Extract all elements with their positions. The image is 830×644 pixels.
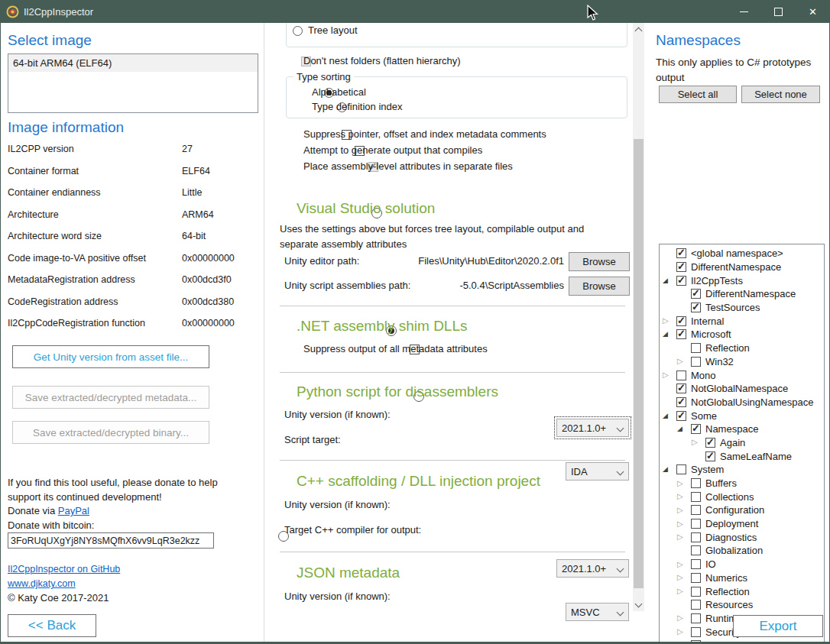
scroll-down-button[interactable] <box>633 598 644 611</box>
browse-editor-path-button[interactable]: Browse <box>569 252 630 271</box>
collapsed-expander-icon[interactable]: ▷ <box>677 506 691 514</box>
paypal-link[interactable]: PayPal <box>58 505 89 516</box>
tree-item[interactable]: ▷IO <box>660 558 824 571</box>
collapsed-expander-icon[interactable]: ▷ <box>677 587 691 595</box>
tree-checkbox[interactable] <box>691 505 701 515</box>
tree-item[interactable]: ▷Buffers <box>660 477 824 490</box>
collapsed-expander-icon[interactable]: ▷ <box>677 520 691 528</box>
center-scrollbar-thumb[interactable] <box>634 139 644 588</box>
minimize-button[interactable] <box>727 0 761 23</box>
tree-item[interactable]: ◢Il2CppTests <box>660 273 824 287</box>
collapsed-expander-icon[interactable]: ▷ <box>692 439 705 446</box>
tree-checkbox[interactable] <box>691 587 701 597</box>
tree-checkbox[interactable] <box>676 276 686 286</box>
select-all-button[interactable]: Select all <box>659 86 737 103</box>
expanded-expander-icon[interactable]: ◢ <box>677 426 691 432</box>
tree-item[interactable]: Resources <box>660 598 824 612</box>
tree-checkbox[interactable] <box>676 248 686 258</box>
tree-item[interactable]: ▷Numerics <box>660 571 824 585</box>
cpp-unity-version-dropdown[interactable]: 2021.1.0+ <box>556 559 629 578</box>
tree-checkbox[interactable] <box>676 411 686 421</box>
bitcoin-address-input[interactable] <box>8 532 214 549</box>
collapsed-expander-icon[interactable]: ▷ <box>677 561 691 568</box>
tree-item[interactable]: ▷Configuration <box>660 503 824 517</box>
tree-checkbox[interactable] <box>676 371 686 380</box>
website-link[interactable]: www.djkaty.com <box>8 578 76 589</box>
script-target-dropdown[interactable]: IDA <box>566 462 629 481</box>
unity-script-path-input[interactable]: -5.0.4\ScriptAssemblies <box>388 280 564 291</box>
collapsed-expander-icon[interactable]: ▷ <box>677 614 691 622</box>
tree-item[interactable]: ▷Mono <box>660 368 824 382</box>
tree-checkbox[interactable] <box>691 573 701 583</box>
tree-checkbox[interactable] <box>691 492 701 502</box>
save-metadata-button[interactable]: Save extracted/decrypted metadata... <box>12 386 209 409</box>
tree-checkbox[interactable] <box>691 343 701 353</box>
tree-checkbox[interactable] <box>691 478 701 488</box>
tree-checkbox[interactable] <box>691 519 701 529</box>
tree-item[interactable]: ◢Some <box>660 409 824 422</box>
cpp-compiler-dropdown[interactable]: MSVC <box>566 603 629 621</box>
tree-item[interactable]: NotGlobalNamespace <box>660 382 824 396</box>
github-link[interactable]: Il2CppInspector on GitHub <box>8 564 120 574</box>
tree-item[interactable]: ▷Diagnostics <box>660 530 824 544</box>
expanded-expander-icon[interactable]: ◢ <box>663 413 676 419</box>
image-listbox[interactable]: 64-bit ARM64 (ELF64) <box>8 53 258 113</box>
collapsed-expander-icon[interactable]: ▷ <box>663 317 676 325</box>
tree-item[interactable]: ▷Reflection <box>660 584 824 598</box>
tree-checkbox[interactable] <box>691 600 701 610</box>
tree-checkbox[interactable] <box>676 397 686 407</box>
export-button[interactable]: Export <box>733 615 823 637</box>
tree-checkbox[interactable] <box>676 464 686 474</box>
tree-item[interactable]: ▷Win32 <box>660 355 824 369</box>
tree-item[interactable]: ▷Again <box>660 436 824 450</box>
tree-checkbox[interactable] <box>705 438 715 448</box>
tree-checkbox[interactable] <box>676 262 686 272</box>
tree-layout-radio[interactable] <box>293 26 303 36</box>
maximize-button[interactable] <box>761 0 796 23</box>
select-none-button[interactable]: Select none <box>741 86 820 103</box>
python-unity-version-dropdown[interactable]: 2021.1.0+ <box>556 419 629 437</box>
tree-checkbox[interactable] <box>691 627 701 637</box>
scroll-up-button[interactable] <box>633 23 644 36</box>
tree-item[interactable]: ▷Internal <box>660 314 824 328</box>
close-button[interactable]: ✕ <box>796 0 830 23</box>
center-scrollbar[interactable] <box>633 23 644 611</box>
tree-item[interactable]: <global namespace> <box>660 247 824 261</box>
save-binary-button[interactable]: Save extracted/decrypted binary... <box>12 421 209 444</box>
tree-item[interactable]: ◢Namespace <box>660 422 824 436</box>
collapsed-expander-icon[interactable]: ▷ <box>663 371 676 379</box>
tree-item[interactable]: Reflection <box>660 341 824 355</box>
expanded-expander-icon[interactable]: ◢ <box>663 466 676 473</box>
tree-checkbox[interactable] <box>676 316 686 326</box>
tree-checkbox[interactable] <box>691 559 701 569</box>
tree-item[interactable]: ◢Microsoft <box>660 328 824 341</box>
expanded-expander-icon[interactable]: ◢ <box>663 331 676 338</box>
tree-item[interactable]: DifferentNamespace <box>660 261 824 274</box>
collapsed-expander-icon[interactable]: ▷ <box>677 628 691 636</box>
tree-checkbox[interactable] <box>705 451 715 461</box>
tree-checkbox[interactable] <box>691 532 701 542</box>
get-unity-version-button[interactable]: Get Unity version from asset file... <box>12 345 209 368</box>
tree-checkbox[interactable] <box>691 424 701 434</box>
unity-editor-path-input[interactable]: Files\Unity\Hub\Editor\2020.2.0f1 <box>388 255 564 267</box>
browse-script-path-button[interactable]: Browse <box>569 277 630 296</box>
tree-checkbox[interactable] <box>691 303 701 312</box>
tree-item[interactable]: Globalization <box>660 544 824 558</box>
tree-checkbox[interactable] <box>676 329 686 339</box>
tree-item[interactable]: ▷Deployment <box>660 517 824 531</box>
tree-item[interactable]: NotGlobalUsingNamespace <box>660 396 824 409</box>
image-list-item[interactable]: 64-bit ARM64 (ELF64) <box>8 54 258 72</box>
tree-item[interactable]: ▷Collections <box>660 490 824 503</box>
collapsed-expander-icon[interactable]: ▷ <box>677 574 691 581</box>
collapsed-expander-icon[interactable]: ▷ <box>677 493 691 500</box>
tree-item[interactable]: TestSources <box>660 301 824 315</box>
collapsed-expander-icon[interactable]: ▷ <box>677 480 691 487</box>
tree-checkbox[interactable] <box>691 289 701 299</box>
collapsed-expander-icon[interactable]: ▷ <box>677 533 691 541</box>
tree-item[interactable]: SameLeafName <box>660 449 824 463</box>
collapsed-expander-icon[interactable]: ▷ <box>677 358 691 365</box>
tree-item[interactable]: DifferentNamespace <box>660 287 824 301</box>
tree-checkbox[interactable] <box>691 357 701 367</box>
tree-checkbox[interactable] <box>691 613 701 623</box>
tree-checkbox[interactable] <box>691 545 701 555</box>
